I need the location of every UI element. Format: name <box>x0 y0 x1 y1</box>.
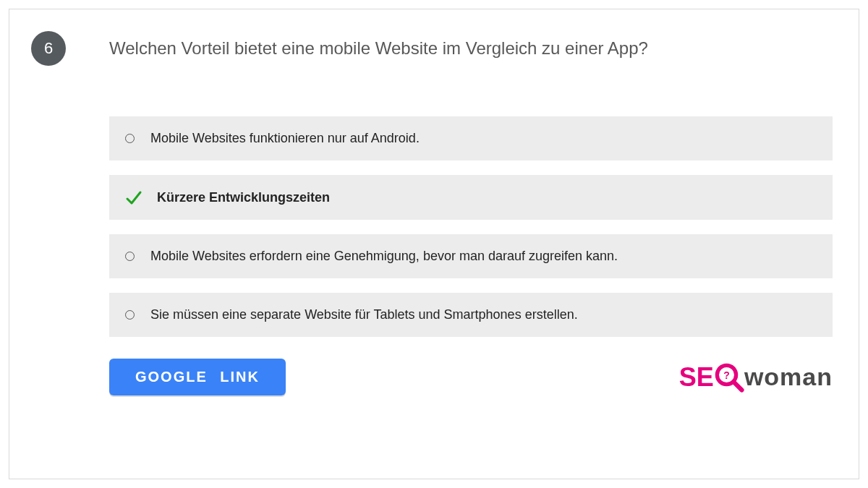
answer-label: Mobile Websites funktionieren nur auf An… <box>150 131 420 146</box>
question-header: 6 Welchen Vorteil bietet eine mobile Web… <box>31 31 837 66</box>
question-text: Welchen Vorteil bietet eine mobile Websi… <box>109 31 648 59</box>
answer-label: Kürzere Entwicklungszeiten <box>157 190 330 205</box>
seowoman-logo: SE ? woman <box>679 362 833 393</box>
logo-text-se: SE <box>679 362 714 393</box>
question-number-badge: 6 <box>31 31 66 66</box>
check-icon <box>125 189 141 205</box>
radio-icon <box>125 252 135 261</box>
svg-text:?: ? <box>723 369 730 380</box>
answer-option[interactable]: Mobile Websites erfordern eine Genehmigu… <box>109 234 833 278</box>
quiz-card: 6 Welchen Vorteil bietet eine mobile Web… <box>9 9 859 479</box>
svg-line-2 <box>733 382 741 390</box>
magnifier-icon: ? <box>714 362 744 393</box>
footer: GOOGLE LINK SE ? woman <box>109 359 833 395</box>
answer-list: Mobile Websites funktionieren nur auf An… <box>109 116 833 337</box>
radio-icon <box>125 134 135 143</box>
answer-option[interactable]: Sie müssen eine separate Website für Tab… <box>109 293 833 337</box>
google-link-button[interactable]: GOOGLE LINK <box>109 359 286 395</box>
answer-label: Sie müssen eine separate Website für Tab… <box>150 307 578 322</box>
logo-text-woman: woman <box>744 363 833 391</box>
answer-label: Mobile Websites erfordern eine Genehmigu… <box>150 249 618 264</box>
answer-option[interactable]: Mobile Websites funktionieren nur auf An… <box>109 116 833 160</box>
answer-option[interactable]: Kürzere Entwicklungszeiten <box>109 175 833 220</box>
radio-icon <box>125 310 135 320</box>
